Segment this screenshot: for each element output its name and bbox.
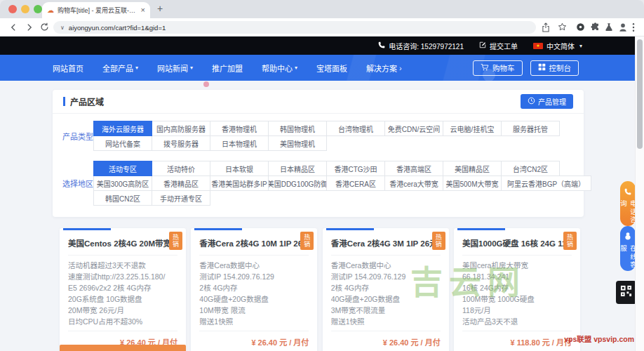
address-bar[interactable]: ∨ aiyongyun.com/cart?fid=1&gid=1 bbox=[53, 21, 536, 34]
product-type-label: 产品类型 bbox=[53, 121, 93, 151]
qr-code-icon bbox=[620, 285, 632, 300]
type-tab[interactable]: 网站代备案 bbox=[93, 135, 152, 151]
chevron-down-icon: ▾ bbox=[295, 65, 297, 71]
scrollbar-thumb[interactable] bbox=[637, 39, 643, 149]
region-tab[interactable]: 台湾CN2区 bbox=[501, 161, 560, 176]
product-price: ¥ 26.40 元 / 月付 bbox=[323, 331, 449, 347]
qr-code-float-button[interactable] bbox=[616, 281, 635, 304]
region-tab[interactable]: 手动开通专区 bbox=[152, 190, 210, 206]
profile-avatar-icon[interactable] bbox=[618, 22, 628, 32]
language-label: 中文简体 bbox=[546, 41, 575, 51]
nav-help-center[interactable]: 帮助中心▾ bbox=[262, 62, 297, 74]
phone-float-label: 电话咨询 bbox=[618, 200, 635, 226]
region-tab[interactable]: 阿里云香港BGP（高端） bbox=[501, 176, 591, 191]
console-button-label: 控制台 bbox=[549, 62, 572, 73]
nav-home[interactable]: 网站首页 bbox=[53, 62, 83, 74]
nav-solutions[interactable]: 解决方案› bbox=[366, 62, 402, 74]
forward-icon[interactable] bbox=[25, 22, 34, 32]
product-spec: 3M带宽不限流量 bbox=[331, 305, 441, 316]
type-tab[interactable]: 台湾物理机 bbox=[326, 121, 385, 136]
product-card[interactable]: 热销 香港Cera 2核4G 3M 1IP 26元 香港Cera数据中心 测试I… bbox=[323, 228, 449, 351]
nav-all-products[interactable]: 全部产品▾ bbox=[102, 62, 138, 74]
browser-menu-kebab-icon[interactable] bbox=[632, 22, 635, 32]
region-tab[interactable]: 美国500M大带宽 bbox=[443, 176, 502, 191]
region-tab[interactable]: 香港精品区 bbox=[152, 176, 210, 191]
type-tab[interactable]: 云电脑/挂机宝 bbox=[443, 121, 502, 136]
minimize-window-button[interactable] bbox=[21, 5, 29, 13]
region-tab[interactable]: 香港CTG沙田 bbox=[326, 161, 385, 176]
nav-bt-panel[interactable]: 宝塔面板 bbox=[316, 62, 347, 74]
region-tab[interactable]: 韩国CN2区 bbox=[93, 190, 152, 206]
region-tab[interactable]: 香港cera大带宽 bbox=[384, 176, 443, 191]
console-button[interactable]: 控制台 bbox=[530, 60, 579, 76]
region-tab[interactable]: 美国精品区 bbox=[443, 161, 502, 176]
product-spec: 香港Cera数据中心 bbox=[199, 260, 309, 271]
page-scrollbar[interactable] bbox=[635, 37, 644, 351]
online-service-label: 在线客服 bbox=[618, 245, 635, 271]
product-title: 美国1000G硬盘 16核 24G 118元 bbox=[462, 237, 563, 249]
language-select[interactable]: ★ 中文简体 ▾ bbox=[533, 41, 582, 51]
type-tab[interactable]: 香港物理机 bbox=[210, 121, 269, 136]
region-tab[interactable]: 香港高端区 bbox=[384, 161, 443, 176]
hot-badge: 热销 bbox=[563, 232, 577, 250]
product-title: 香港Cera 2核4G 3M 1IP 26元 bbox=[331, 237, 432, 249]
bookmark-star-icon[interactable] bbox=[558, 22, 567, 32]
product-manage-button[interactable]: 产品管理 bbox=[521, 94, 573, 109]
region-tab[interactable]: 日本精品区 bbox=[268, 161, 327, 176]
product-card[interactable]: 热销 美国Centos 2核4G 20M带宽 26元 活动机器超过3天不退款 速… bbox=[60, 228, 186, 351]
browser-tab[interactable]: ☁ 购物车[title] - 爱用云互联-专注 × bbox=[42, 2, 150, 18]
product-card[interactable]: 热销 美国1000G硬盘 16核 24G 118元 美国cera机房大带宽 66… bbox=[454, 228, 580, 351]
online-service-float-button[interactable]: 在线客服 bbox=[620, 226, 635, 271]
product-spec: 赠送1快照 bbox=[199, 316, 309, 327]
tab-close-icon[interactable]: × bbox=[141, 6, 145, 14]
product-card[interactable]: 热销 香港Cera 2核4G 10M 1IP 26元 香港Cera数据中心 测试… bbox=[191, 228, 317, 351]
type-tab[interactable]: 美国物理机 bbox=[268, 135, 327, 151]
maximize-window-button[interactable] bbox=[34, 5, 42, 13]
close-window-button[interactable] bbox=[8, 5, 17, 13]
product-spec: 20M带宽 26元/月 bbox=[68, 305, 177, 316]
region-tab[interactable]: 日本软银 bbox=[210, 161, 269, 176]
extension-circle-icon[interactable] bbox=[576, 22, 585, 32]
product-spec: 118元/月 bbox=[462, 305, 572, 316]
region-tab[interactable]: 香港美国站群多IP bbox=[210, 176, 269, 191]
extensions-puzzle-icon[interactable] bbox=[591, 22, 600, 32]
reload-icon[interactable] bbox=[40, 22, 49, 32]
browser-window: ☁ 购物车[title] - 爱用云互联-专注 × + ∨ aiyongyun.… bbox=[0, 0, 644, 351]
flask-icon[interactable] bbox=[605, 22, 613, 32]
cart-button[interactable]: 购物车 bbox=[473, 60, 523, 76]
phone-icon bbox=[378, 41, 385, 50]
type-tab[interactable]: 拨号服务器 bbox=[152, 135, 210, 151]
product-spec: 测试IP 154.209.76.129 bbox=[199, 271, 309, 282]
product-price: ¥ 26.40 元 / 月付 bbox=[191, 331, 317, 347]
type-tab[interactable]: 韩国物理机 bbox=[268, 121, 327, 136]
card-accent-bar bbox=[194, 228, 242, 230]
chevron-down-icon[interactable]: ∨ bbox=[60, 25, 65, 31]
submit-ticket-link[interactable]: 提交工单 bbox=[479, 41, 518, 51]
panel-title: 产品区域 bbox=[63, 95, 104, 107]
product-spec: 速度测试http://23.225.15.180/ bbox=[68, 271, 177, 282]
buy-button[interactable] bbox=[60, 345, 186, 351]
share-icon[interactable] bbox=[542, 22, 550, 32]
product-spec: 活动机器超过3天不退款 bbox=[68, 260, 177, 271]
region-tab[interactable]: 活动专区 bbox=[93, 161, 152, 176]
type-tab[interactable]: 服务器托管 bbox=[501, 121, 560, 136]
new-tab-button[interactable]: + bbox=[157, 3, 163, 14]
type-tab[interactable]: 海外云服务器 bbox=[93, 121, 152, 136]
product-spec: 美国cera机房大带宽 bbox=[462, 260, 572, 271]
region-tab[interactable]: 香港CERA区 bbox=[326, 176, 385, 191]
nav-affiliate[interactable]: 推广加盟 bbox=[212, 62, 243, 74]
url-text: aiyongyun.com/cart?fid=1&gid=1 bbox=[69, 24, 166, 32]
region-tab[interactable]: 美国DDG100G防御 bbox=[268, 176, 327, 191]
chevron-down-icon: ▾ bbox=[579, 43, 582, 49]
region-tab[interactable]: 活动特价 bbox=[152, 161, 210, 176]
phone-consult-float-button[interactable]: 电话咨询 bbox=[620, 181, 635, 226]
qq-icon bbox=[624, 230, 632, 243]
region-tab[interactable]: 美国300G高防区 bbox=[93, 176, 152, 191]
type-tab[interactable]: 日本物理机 bbox=[210, 135, 269, 151]
chevron-down-icon: ▾ bbox=[190, 65, 193, 71]
hot-badge: 热销 bbox=[432, 232, 445, 250]
type-tab[interactable]: 免费CDN/云空间 bbox=[384, 121, 443, 136]
back-icon[interactable] bbox=[8, 22, 18, 32]
nav-news[interactable]: 网站新闻▾ bbox=[157, 62, 193, 74]
type-tab[interactable]: 国内高防服务器 bbox=[152, 121, 210, 136]
